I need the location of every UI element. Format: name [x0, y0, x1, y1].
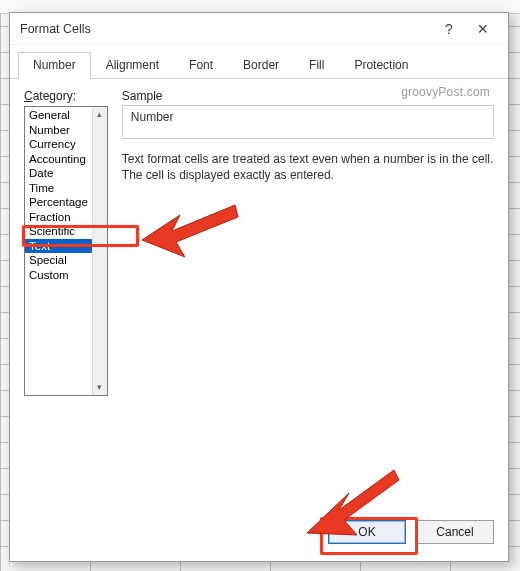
category-item[interactable]: Special [25, 253, 92, 268]
category-item[interactable]: Scientific [25, 224, 92, 239]
format-cells-dialog: Format Cells ? ✕ Number Alignment Font B… [9, 12, 509, 562]
category-item[interactable]: Percentage [25, 195, 92, 210]
tab-label: Font [189, 58, 213, 72]
tab-fill[interactable]: Fill [294, 52, 339, 79]
help-icon: ? [445, 21, 453, 37]
dialog-body: Category: GeneralNumberCurrencyAccountin… [10, 79, 508, 513]
category-item[interactable]: Accounting [25, 152, 92, 167]
category-item[interactable]: Custom [25, 268, 92, 283]
tab-label: Protection [354, 58, 408, 72]
close-icon: ✕ [477, 21, 489, 37]
scroll-down-icon: ▾ [97, 380, 102, 395]
sample-box: Number [122, 105, 494, 139]
detail-column: groovyPost.com Sample Number Text format… [122, 89, 494, 503]
category-item[interactable]: Text [25, 239, 92, 254]
tab-label: Alignment [106, 58, 159, 72]
category-item[interactable]: Date [25, 166, 92, 181]
category-item[interactable]: Fraction [25, 210, 92, 225]
format-description: Text format cells are treated as text ev… [122, 151, 494, 183]
listbox-scrollbar[interactable]: ▴ ▾ [92, 107, 107, 395]
category-listbox[interactable]: GeneralNumberCurrencyAccountingDateTimeP… [24, 106, 108, 396]
tab-alignment[interactable]: Alignment [91, 52, 174, 79]
category-column: Category: GeneralNumberCurrencyAccountin… [24, 89, 108, 503]
category-item[interactable]: Currency [25, 137, 92, 152]
category-label: Category: [24, 89, 108, 103]
dialog-footer: OK Cancel [10, 513, 508, 561]
cancel-button[interactable]: Cancel [416, 520, 494, 544]
dialog-title: Format Cells [20, 22, 91, 36]
ok-button[interactable]: OK [328, 520, 406, 544]
category-item[interactable]: Time [25, 181, 92, 196]
button-label: Cancel [436, 525, 473, 539]
button-label: OK [358, 525, 375, 539]
tab-label: Number [33, 58, 76, 72]
help-button[interactable]: ? [432, 15, 466, 43]
tab-font[interactable]: Font [174, 52, 228, 79]
tab-border[interactable]: Border [228, 52, 294, 79]
tab-number[interactable]: Number [18, 52, 91, 79]
sample-value: Number [131, 110, 174, 124]
close-button[interactable]: ✕ [466, 15, 500, 43]
category-item[interactable]: General [25, 108, 92, 123]
watermark: groovyPost.com [401, 85, 490, 99]
tab-label: Border [243, 58, 279, 72]
tab-label: Fill [309, 58, 324, 72]
tabs: Number Alignment Font Border Fill Protec… [10, 45, 508, 79]
titlebar: Format Cells ? ✕ [10, 13, 508, 45]
tab-protection[interactable]: Protection [339, 52, 423, 79]
scroll-up-icon: ▴ [97, 107, 102, 122]
category-items: GeneralNumberCurrencyAccountingDateTimeP… [25, 107, 92, 395]
category-item[interactable]: Number [25, 123, 92, 138]
